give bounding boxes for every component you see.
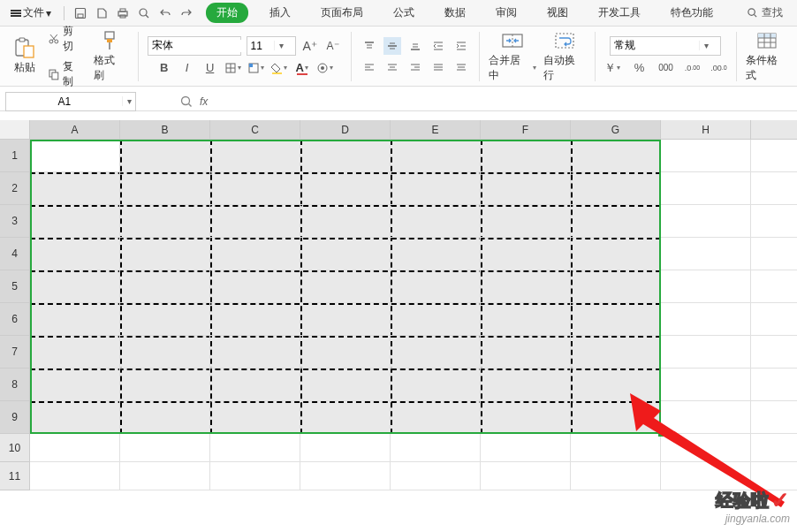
file-menu[interactable]: 文件 ▾ [5,4,57,22]
wrap-label: 自动换行 [543,53,586,83]
tab-formulas[interactable]: 公式 [384,2,423,24]
border-button[interactable]: ▾ [224,59,242,77]
tab-insert[interactable]: 插入 [261,2,300,24]
print-preview-icon[interactable] [138,7,150,19]
row-header[interactable]: 4 [0,238,30,270]
undo-icon[interactable] [159,7,171,19]
align-center-icon[interactable] [383,58,401,76]
number-format-input[interactable] [611,40,699,52]
tab-review[interactable]: 审阅 [487,2,526,24]
row-header[interactable]: 1 [0,140,30,172]
cond-format-label: 条件格式 [746,53,788,83]
paste-button[interactable]: 粘贴 [9,35,41,77]
col-header[interactable]: F [481,120,571,140]
row-header[interactable]: 10 [0,434,30,462]
currency-button[interactable]: ￥▾ [603,59,621,77]
row-header[interactable]: 6 [0,303,30,336]
col-header[interactable]: A [30,120,120,140]
format-painter-button[interactable]: 格式刷 [90,28,128,85]
chevron-down-icon: ▾ [274,41,288,50]
increase-indent-icon[interactable] [452,37,470,55]
align-bottom-icon[interactable] [406,37,424,55]
tab-home[interactable]: 开始 [206,3,248,23]
cut-button[interactable]: 剪切 [46,23,85,55]
italic-button[interactable]: I [178,59,196,77]
tab-data[interactable]: 数据 [436,2,474,24]
align-left-icon[interactable] [361,58,378,76]
fill-handle[interactable] [658,431,664,437]
row-header[interactable]: 11 [0,462,30,490]
scissors-icon [48,33,60,45]
font-size-input[interactable] [247,40,274,52]
chevron-down-icon: ▾ [46,7,51,19]
decrease-indent-icon[interactable] [429,37,447,55]
wrap-icon [552,30,577,51]
svg-rect-10 [19,38,25,42]
svg-rect-63 [758,34,776,38]
save-as-icon[interactable] [95,7,108,19]
font-name-combo[interactable]: ▾ [148,36,241,56]
row-header[interactable]: 9 [0,401,30,434]
percent-button[interactable]: % [630,59,648,77]
merge-center-button[interactable]: 合并居中▾ [485,28,540,85]
formula-input[interactable] [213,93,797,110]
col-header[interactable]: B [120,120,210,140]
fx-label[interactable]: fx [200,95,208,108]
find-label: 查找 [762,5,783,20]
find-button[interactable]: 查找 [747,5,792,20]
text-effects-button[interactable]: ▾ [316,59,334,77]
wrap-text-button[interactable]: 自动换行 [540,28,589,85]
col-header[interactable]: G [571,120,661,140]
number-format-combo[interactable]: ▾ [610,36,721,56]
select-all-corner[interactable] [0,120,30,140]
col-header[interactable]: C [210,120,300,140]
align-right-icon[interactable] [406,58,424,76]
svg-rect-1 [78,14,83,18]
row-header[interactable]: 3 [0,205,30,238]
row-header[interactable]: 7 [0,336,30,369]
svg-point-5 [140,9,147,16]
tab-developer[interactable]: 开发工具 [589,2,649,24]
col-header[interactable]: D [300,120,391,140]
name-box[interactable]: ▾ [5,92,136,111]
col-header[interactable]: E [391,120,481,140]
increase-decimal-button[interactable]: .0.00 [683,59,701,77]
copy-button[interactable]: 复制 [46,58,85,90]
increase-font-icon[interactable]: A⁺ [301,37,319,55]
font-size-combo[interactable]: ▾ [247,36,296,56]
underline-button[interactable]: U [201,59,219,77]
svg-rect-0 [76,8,86,18]
justify-icon[interactable] [429,58,447,76]
search-icon [747,7,758,19]
align-top-icon[interactable] [361,37,378,55]
svg-rect-3 [120,9,125,11]
cell-grid[interactable] [30,140,797,490]
col-header[interactable] [751,120,797,140]
tab-view[interactable]: 视图 [538,2,577,24]
name-box-input[interactable] [6,95,122,108]
row-header[interactable]: 2 [0,172,30,205]
thousands-button[interactable]: 000 [657,59,674,77]
tab-page-layout[interactable]: 页面布局 [312,2,372,24]
redo-icon[interactable] [180,7,193,19]
save-icon[interactable] [74,7,87,19]
row-header[interactable]: 5 [0,270,30,303]
paste-label: 粘贴 [14,60,35,75]
row-header[interactable]: 8 [0,369,30,401]
font-color-button[interactable]: A▾ [293,59,311,77]
decrease-decimal-button[interactable]: .00.0 [710,59,727,77]
bold-button[interactable]: B [156,59,173,77]
svg-rect-18 [105,32,114,39]
fill-color-button[interactable]: ▾ [270,59,288,77]
cancel-icon[interactable] [180,95,193,108]
distribute-icon[interactable] [452,58,470,76]
align-middle-icon[interactable] [383,37,401,55]
print-icon[interactable] [117,7,129,19]
col-header[interactable]: H [661,120,751,140]
copy-icon [48,68,60,80]
decrease-font-icon[interactable]: A⁻ [324,37,342,55]
cell-style-button[interactable]: ▾ [247,59,265,77]
conditional-format-button[interactable]: 条件格式 [742,28,792,85]
tab-special[interactable]: 特色功能 [662,2,722,24]
cut-label: 剪切 [63,24,84,54]
